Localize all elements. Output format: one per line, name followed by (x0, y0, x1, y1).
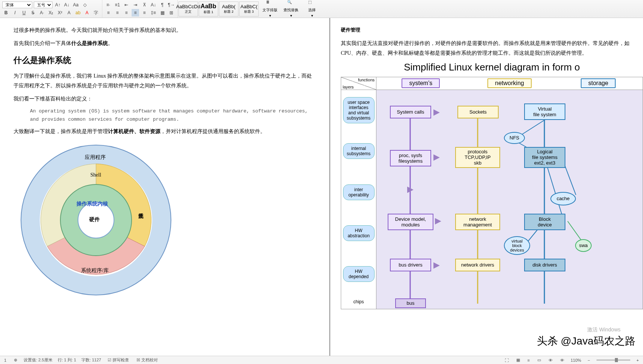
node-diskdrv: disk drivers (524, 259, 565, 271)
node-cache: cache (550, 192, 576, 205)
change-case-icon[interactable]: Aa (72, 1, 79, 9)
row-userspace: user space interfaces and virtual subsys… (343, 97, 375, 123)
numbering-icon[interactable]: ≡1 (114, 1, 121, 9)
align-left-icon[interactable]: ≡ (105, 9, 112, 16)
arrow-icon: ▶ (433, 107, 440, 117)
page-number[interactable]: 1 (3, 358, 7, 363)
proof-toggle[interactable]: ☒ 文档校对 (135, 357, 159, 363)
superscript-icon[interactable]: A· (38, 9, 46, 16)
font-size-select[interactable]: 五号 (34, 1, 52, 8)
super2-icon[interactable]: X² (56, 9, 64, 16)
pilcrow-icon[interactable]: ¶ (159, 1, 166, 9)
styles-gallery: AaBbCcDd正文 AaBb标题 1 AaBb(标题 2 AaBbC(标题 3 (178, 0, 259, 18)
zoom-slider[interactable] (597, 360, 630, 361)
word-count[interactable]: 字数: 1127 (81, 357, 101, 363)
ribbon-toolbar: 宋体 五号 A↑ A↓ Aa ◇ B I U S̶ A· X₂ X² A ab … (0, 0, 643, 18)
outdent-icon[interactable]: ⇤ (123, 1, 130, 9)
node-proc: proc, sysfs filesystems (390, 150, 431, 166)
font-family-select[interactable]: 宋体 (2, 1, 32, 8)
row-interop: inter operability (343, 184, 375, 200)
nav-icon[interactable]: ⊕ (13, 358, 18, 363)
node-devmodel: Device model, modules (388, 214, 433, 230)
font-group: 宋体 五号 A↑ A↓ Aa ◇ B I U S̶ A· X₂ X² A ab … (0, 0, 102, 18)
bullets-icon[interactable]: ≡· (105, 1, 112, 9)
underline-icon[interactable]: U (20, 9, 28, 16)
row-internal: internal subsystems (343, 143, 375, 159)
node-vfs: Virtual file system (524, 103, 565, 120)
page-right[interactable]: 硬件管理 其实我们是无法直接对硬件进行操作的，对硬件的操作是需要软件的。而操作系… (330, 18, 643, 356)
sort-icon[interactable]: A↓ (150, 1, 157, 9)
heading-what-is-os: 什么是操作系统 (13, 55, 316, 66)
arrow-icon: ▶ (407, 184, 414, 194)
node-logfs: Logical file systems ext2, ext3 (524, 147, 565, 168)
row-chips: chips (353, 299, 364, 304)
spellcheck-toggle[interactable]: ☑ 拼写检查 (106, 357, 130, 363)
font-color-icon[interactable]: A (83, 9, 91, 16)
zoom-level[interactable]: 110% (571, 358, 581, 363)
align-justify-icon[interactable]: ≡ (132, 9, 139, 16)
intro-sentence: 首先我们先介绍一下具体什么是操作系统。 (13, 39, 316, 48)
linux-kernel-diagram: functions layers system's networking sto… (341, 77, 643, 309)
find-replace-button[interactable]: 🔍查找替换▾ (280, 0, 301, 18)
svg-line-9 (564, 163, 576, 195)
row-labels: user space interfaces and virtual subsys… (341, 90, 376, 309)
node-bus: bus (395, 298, 426, 308)
arrow-icon: ▶ (435, 216, 441, 226)
char-border-icon[interactable]: 字 (92, 9, 100, 16)
italic-icon[interactable]: I (11, 9, 19, 16)
diagram-title: Simplified Linux kernel diagram in form … (341, 61, 643, 73)
tab-icon[interactable]: ⊼ (141, 1, 148, 9)
clear-format-icon[interactable]: ◇ (81, 1, 88, 9)
paragraph-hw: 其实我们是无法直接对硬件进行操作的，对硬件的操作是需要软件的。而操作系统就是用来… (341, 39, 643, 57)
style-heading3[interactable]: AaBbC(标题 3 (239, 1, 259, 16)
text-fragment: 过很多种类的操作系统。今天我们就开始介绍关于操作系统的基本知识。 (13, 25, 316, 35)
borders-icon[interactable]: ⊞ (168, 9, 175, 16)
row-hwabs: HW abstraction (343, 225, 375, 241)
highlight-icon[interactable]: ab (74, 9, 82, 16)
subscript-icon[interactable]: X₂ (47, 9, 55, 16)
arrow-icon: ▶ (433, 260, 440, 270)
shading-icon[interactable]: ▦ (159, 9, 166, 16)
arrow-icon: ▶ (433, 152, 440, 162)
align-right-icon[interactable]: ≡ (123, 9, 130, 16)
node-swap: swa (575, 239, 592, 252)
style-heading1[interactable]: AaBb标题 1 (199, 1, 218, 16)
node-protocols: protocols TCP,UDP,IP skb (455, 147, 500, 168)
view-outline-icon[interactable]: ≡ (526, 358, 531, 363)
ring-hardware-label: 硬件 (89, 216, 100, 223)
ltr-icon[interactable]: ¶→ (168, 1, 175, 9)
row-hwdep: HW depended (343, 266, 375, 282)
style-heading2[interactable]: AaBb(标题 2 (219, 1, 238, 16)
strike-icon[interactable]: S̶ (29, 9, 37, 16)
status-bar: 1 ⊕ 设置值: 2.5厘米 行: 1 列: 1 字数: 1127 ☑ 拼写检查… (0, 356, 643, 364)
paragraph-wiki: 我们看一下维基百科给出的定义： (13, 94, 316, 103)
col-storage: storage (581, 78, 616, 88)
indent-icon[interactable]: ⇥ (132, 1, 139, 9)
grow-font-icon[interactable]: A↑ (54, 1, 61, 9)
view-print-icon[interactable]: ▦ (515, 358, 521, 363)
view-web-icon[interactable]: ▭ (536, 358, 542, 363)
node-sockets: Sockets (457, 106, 499, 118)
zoom-out-icon[interactable]: − (586, 358, 591, 363)
eye2-icon[interactable]: 👁 (559, 358, 565, 363)
page-left[interactable]: 过很多种类的操作系统。今天我们就开始介绍关于操作系统的基本知识。 首先我们先介绍… (0, 18, 330, 356)
paragraph-arch: 为了理解什么是操作系统，我们将 Linux 操作系统的整体架构示意图展示在这里。… (13, 71, 316, 90)
align-center-icon[interactable]: ≡ (114, 9, 121, 16)
style-normal[interactable]: AaBbCcDd正文 (178, 1, 198, 16)
ring-kernel-label: 操作系统内核 (76, 201, 108, 207)
node-syscalls: System calls (390, 106, 431, 118)
font-effect-icon[interactable]: A (65, 9, 73, 16)
fullscreen-icon[interactable]: ⛶ (504, 358, 510, 363)
align-dist-icon[interactable]: ≡ (141, 9, 148, 16)
node-busdrv: bus drivers (390, 259, 431, 271)
select-button[interactable]: ⬚选择▾ (301, 0, 322, 18)
node-vbd: virtual block devices (504, 236, 530, 255)
line-spacing-icon[interactable]: ‡≡ (150, 9, 157, 16)
shrink-font-icon[interactable]: A↓ (63, 1, 70, 9)
eye-icon[interactable]: 👁 (547, 358, 554, 363)
text-layout-button[interactable]: ≣文字排版▾ (259, 0, 280, 18)
bold-icon[interactable]: B (2, 9, 10, 16)
paragraph-group: ≡· ≡1 ⇤ ⇥ ⊼ A↓ ¶ ¶→ ≡ ≡ ≡ ≡ ≡ ‡≡ ▦ ⊞ (102, 0, 178, 18)
zoom-in-icon[interactable]: + (636, 358, 640, 363)
diagram-canvas: System calls ▶ Sockets Virtual file syst… (376, 90, 643, 309)
